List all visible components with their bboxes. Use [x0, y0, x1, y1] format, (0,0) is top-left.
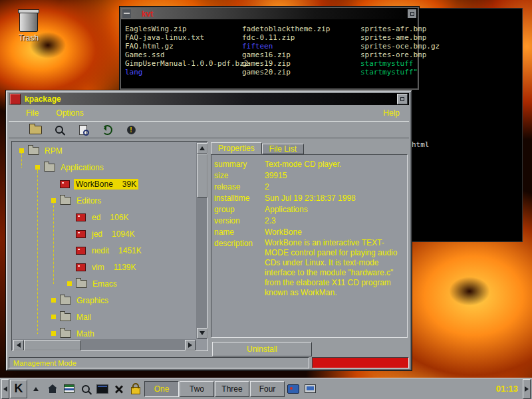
- scroll-right-button[interactable]: [185, 340, 196, 350]
- scroll-down-button[interactable]: [197, 328, 207, 338]
- lock-icon: [131, 387, 140, 394]
- stop-button[interactable]: [123, 122, 139, 137]
- klipper-button[interactable]: [111, 380, 127, 398]
- arrow-down-icon: [200, 331, 205, 335]
- arrow-left-icon: [17, 342, 21, 348]
- find-file-button[interactable]: [75, 122, 91, 137]
- window-menu-button[interactable]: [122, 9, 131, 18]
- status-bar: Management Mode: [9, 357, 409, 368]
- toolbar: [9, 121, 409, 138]
- refresh-icon: [102, 125, 112, 135]
- documents-button[interactable]: [61, 380, 77, 398]
- find-button[interactable]: [78, 380, 94, 398]
- open-button[interactable]: [27, 122, 43, 137]
- menu-options[interactable]: Options: [56, 108, 83, 118]
- expander-icon[interactable]: [51, 331, 56, 336]
- klipper-icon: [114, 384, 124, 394]
- scroll-up-button[interactable]: [197, 143, 207, 154]
- k-menu-button[interactable]: K: [10, 380, 27, 398]
- home-button[interactable]: [45, 380, 61, 398]
- panel-hide-left-button[interactable]: [1, 379, 9, 399]
- scrollbar-corner: [196, 339, 207, 350]
- kvt-terminal-window[interactable]: kvt EaglesWing.zipfadetoblacktheme.zipsp…: [120, 7, 419, 90]
- workspace-two-button[interactable]: Two: [180, 381, 214, 397]
- workspace-four-button[interactable]: Four: [250, 381, 285, 397]
- tree-item[interactable]: RPM: [13, 142, 196, 159]
- kpackage-titlebar[interactable]: kpackage: [9, 93, 409, 105]
- tab-file-list[interactable]: File List: [262, 144, 304, 154]
- refresh-button[interactable]: [99, 122, 115, 137]
- terminal-row: FAQ-java-linux.txtfdc-0.11.zipsprites-am…: [125, 33, 418, 42]
- terminal-output[interactable]: EaglesWing.zipfadetoblacktheme.zipsprite…: [121, 19, 418, 76]
- terminal-row: GimpUserManual-1.0.0-pdf.bz2games19.zips…: [125, 59, 418, 68]
- find-package-button[interactable]: [51, 122, 67, 137]
- folder-icon: [28, 147, 39, 155]
- workspace-three-button[interactable]: Three: [215, 381, 249, 397]
- tree-item[interactable]: jed1094K: [13, 225, 196, 242]
- terminal-row: Games.ssdgames16.zipsprites-ore.bmp: [125, 51, 418, 59]
- package-tree[interactable]: RPM Applications WorkBone39K Editors ed1…: [13, 142, 196, 339]
- menu-file[interactable]: File: [26, 108, 39, 118]
- window-list-button[interactable]: [28, 380, 44, 398]
- folder-icon: [44, 164, 55, 172]
- maximize-button[interactable]: [408, 9, 416, 18]
- properties-panel: summaryText-mode CD player. size39915 re…: [211, 154, 408, 338]
- expander-icon[interactable]: [51, 315, 56, 319]
- progress-bar: [312, 357, 409, 368]
- expander-icon[interactable]: [35, 165, 40, 170]
- tree-item[interactable]: Emacs: [13, 275, 196, 292]
- window-list-icon: [33, 387, 39, 391]
- panel-hide-right-button[interactable]: [523, 379, 531, 399]
- arrow-right-icon: [188, 342, 192, 348]
- expander-icon[interactable]: [67, 281, 72, 286]
- menu-help[interactable]: Help: [383, 108, 400, 118]
- terminal-button[interactable]: [94, 380, 110, 398]
- property-row-description: descriptionWorkBone is an interactive TE…: [214, 238, 404, 298]
- arrow-right-icon: [525, 386, 529, 392]
- tree-item-selected[interactable]: WorkBone39K: [13, 176, 196, 192]
- scrollbar-thumb[interactable]: [24, 340, 81, 350]
- package-detail-panel: Properties File List summaryText-mode CD…: [211, 141, 408, 358]
- home-icon: [49, 388, 56, 393]
- package-icon: [76, 263, 86, 271]
- tree-item[interactable]: ed106K: [13, 209, 196, 225]
- taskbar-clock[interactable]: 01:13: [496, 384, 522, 394]
- paint-applet-button[interactable]: [285, 380, 301, 398]
- horizontal-scrollbar[interactable]: [13, 339, 196, 350]
- tree-item[interactable]: Applications: [13, 159, 196, 176]
- desktop: Trash html kvt EaglesWing.zipfadetoblack…: [0, 0, 532, 399]
- terminal-icon: [96, 384, 108, 394]
- terminal-row: EaglesWing.zipfadetoblacktheme.zipsprite…: [125, 25, 418, 33]
- tree-item[interactable]: Graphics: [13, 292, 196, 309]
- maximize-button[interactable]: [397, 94, 408, 104]
- tab-properties[interactable]: Properties: [211, 142, 262, 154]
- uninstall-button[interactable]: Uninstall: [212, 342, 312, 356]
- tree-item[interactable]: Math: [13, 325, 196, 339]
- expander-icon[interactable]: [51, 198, 56, 203]
- kvt-title: kvt: [142, 9, 153, 19]
- tree-item[interactable]: Mail: [13, 309, 196, 325]
- vertical-scrollbar[interactable]: [196, 142, 207, 339]
- terminal-row: langgames20.zipstartmystuff": [125, 68, 418, 76]
- folder-icon: [60, 330, 71, 338]
- background-terminal-text: html: [412, 140, 430, 149]
- menubar: File Options Help: [9, 106, 409, 120]
- window-menu-button[interactable]: [10, 94, 21, 104]
- property-row: release2: [214, 182, 404, 193]
- kvt-titlebar[interactable]: kvt: [121, 8, 418, 19]
- scroll-left-button[interactable]: [13, 340, 24, 350]
- scrollbar-thumb[interactable]: [197, 154, 207, 198]
- expander-icon[interactable]: [19, 148, 24, 153]
- property-row: version2.3: [214, 215, 404, 227]
- tree-item[interactable]: nedit1451K: [13, 242, 196, 259]
- find-icon: [82, 385, 90, 393]
- expander-icon[interactable]: [51, 298, 56, 303]
- display-applet-button[interactable]: [302, 380, 318, 398]
- tree-item[interactable]: Editors: [13, 192, 196, 209]
- workspace-one-button[interactable]: One: [144, 381, 179, 397]
- tree-item[interactable]: vim1139K: [13, 259, 196, 275]
- trash-icon[interactable]: Trash: [9, 8, 48, 43]
- detail-tabs: Properties File List: [211, 141, 304, 154]
- property-row: installtimeSun Jul 19 23:18:37 1998: [214, 193, 404, 204]
- lock-screen-button[interactable]: [128, 380, 144, 398]
